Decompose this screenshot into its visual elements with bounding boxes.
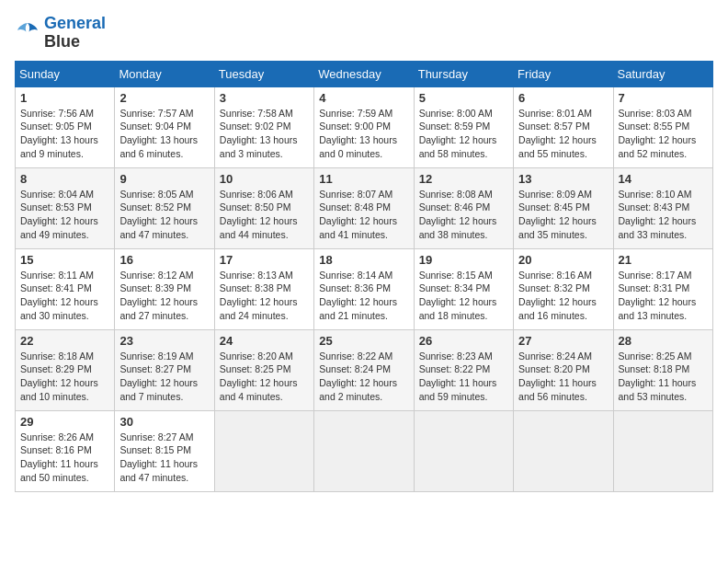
day-info: Sunrise: 8:09 AM Sunset: 8:45 PM Dayligh… — [518, 188, 608, 242]
day-number: 25 — [319, 334, 408, 348]
calendar-cell: 22 Sunrise: 8:18 AM Sunset: 8:29 PM Dayl… — [16, 329, 115, 410]
calendar-cell: 20 Sunrise: 8:16 AM Sunset: 8:32 PM Dayl… — [514, 248, 613, 329]
day-info: Sunrise: 7:56 AM Sunset: 9:05 PM Dayligh… — [20, 107, 109, 161]
day-info: Sunrise: 8:11 AM Sunset: 8:41 PM Dayligh… — [20, 269, 109, 323]
day-number: 28 — [619, 334, 708, 348]
calendar-cell: 25 Sunrise: 8:22 AM Sunset: 8:24 PM Dayl… — [314, 329, 414, 410]
calendar-cell — [414, 410, 513, 491]
calendar-cell: 15 Sunrise: 8:11 AM Sunset: 8:41 PM Dayl… — [16, 248, 115, 329]
calendar-week-3: 15 Sunrise: 8:11 AM Sunset: 8:41 PM Dayl… — [16, 248, 713, 329]
col-header-thursday: Thursday — [414, 61, 513, 86]
day-info: Sunrise: 8:18 AM Sunset: 8:29 PM Dayligh… — [20, 350, 109, 404]
calendar-cell: 21 Sunrise: 8:17 AM Sunset: 8:31 PM Dayl… — [613, 248, 712, 329]
calendar-cell: 26 Sunrise: 8:23 AM Sunset: 8:22 PM Dayl… — [414, 329, 513, 410]
col-header-wednesday: Wednesday — [314, 61, 414, 86]
col-header-tuesday: Tuesday — [214, 61, 313, 86]
day-number: 10 — [220, 172, 309, 186]
day-number: 19 — [419, 253, 508, 267]
calendar-cell: 8 Sunrise: 8:04 AM Sunset: 8:53 PM Dayli… — [16, 167, 115, 248]
day-number: 14 — [619, 172, 708, 186]
calendar-cell: 5 Sunrise: 8:00 AM Sunset: 8:59 PM Dayli… — [414, 86, 513, 167]
day-number: 9 — [119, 172, 209, 186]
day-number: 1 — [20, 91, 109, 105]
calendar-cell: 4 Sunrise: 7:59 AM Sunset: 9:00 PM Dayli… — [314, 86, 414, 167]
calendar-cell: 1 Sunrise: 7:56 AM Sunset: 9:05 PM Dayli… — [16, 86, 115, 167]
col-header-saturday: Saturday — [613, 61, 712, 86]
calendar-cell: 10 Sunrise: 8:06 AM Sunset: 8:50 PM Dayl… — [214, 167, 313, 248]
calendar-week-5: 29 Sunrise: 8:26 AM Sunset: 8:16 PM Dayl… — [16, 410, 713, 491]
calendar-cell: 19 Sunrise: 8:15 AM Sunset: 8:34 PM Dayl… — [414, 248, 513, 329]
day-info: Sunrise: 8:24 AM Sunset: 8:20 PM Dayligh… — [518, 350, 608, 404]
logo: General Blue — [15, 15, 106, 52]
day-number: 30 — [119, 415, 209, 429]
day-number: 29 — [20, 415, 109, 429]
calendar-table: SundayMondayTuesdayWednesdayThursdayFrid… — [15, 61, 713, 492]
col-header-monday: Monday — [115, 61, 214, 86]
calendar-header-row: SundayMondayTuesdayWednesdayThursdayFrid… — [16, 61, 713, 86]
calendar-cell: 7 Sunrise: 8:03 AM Sunset: 8:55 PM Dayli… — [613, 86, 712, 167]
day-info: Sunrise: 7:59 AM Sunset: 9:00 PM Dayligh… — [319, 107, 408, 161]
col-header-friday: Friday — [514, 61, 613, 86]
calendar-cell: 18 Sunrise: 8:14 AM Sunset: 8:36 PM Dayl… — [314, 248, 414, 329]
calendar-cell: 6 Sunrise: 8:01 AM Sunset: 8:57 PM Dayli… — [514, 86, 613, 167]
page-header: General Blue — [15, 15, 713, 52]
day-info: Sunrise: 8:06 AM Sunset: 8:50 PM Dayligh… — [220, 188, 309, 242]
calendar-cell: 23 Sunrise: 8:19 AM Sunset: 8:27 PM Dayl… — [115, 329, 214, 410]
calendar-cell: 12 Sunrise: 8:08 AM Sunset: 8:46 PM Dayl… — [414, 167, 513, 248]
calendar-cell: 11 Sunrise: 8:07 AM Sunset: 8:48 PM Dayl… — [314, 167, 414, 248]
day-number: 7 — [619, 91, 708, 105]
logo-text: General Blue — [44, 15, 106, 52]
day-number: 4 — [319, 91, 408, 105]
calendar-cell: 30 Sunrise: 8:27 AM Sunset: 8:15 PM Dayl… — [115, 410, 214, 491]
day-info: Sunrise: 8:16 AM Sunset: 8:32 PM Dayligh… — [518, 269, 608, 323]
day-number: 18 — [319, 253, 408, 267]
day-info: Sunrise: 8:04 AM Sunset: 8:53 PM Dayligh… — [20, 188, 109, 242]
day-info: Sunrise: 8:03 AM Sunset: 8:55 PM Dayligh… — [619, 107, 708, 161]
day-number: 17 — [220, 253, 309, 267]
day-info: Sunrise: 8:19 AM Sunset: 8:27 PM Dayligh… — [119, 350, 209, 404]
day-info: Sunrise: 8:10 AM Sunset: 8:43 PM Dayligh… — [619, 188, 708, 242]
day-info: Sunrise: 8:13 AM Sunset: 8:38 PM Dayligh… — [220, 269, 309, 323]
day-number: 24 — [220, 334, 309, 348]
day-number: 5 — [419, 91, 508, 105]
calendar-week-4: 22 Sunrise: 8:18 AM Sunset: 8:29 PM Dayl… — [16, 329, 713, 410]
day-number: 13 — [518, 172, 608, 186]
calendar-cell: 14 Sunrise: 8:10 AM Sunset: 8:43 PM Dayl… — [613, 167, 712, 248]
day-info: Sunrise: 8:23 AM Sunset: 8:22 PM Dayligh… — [419, 350, 508, 404]
calendar-cell — [314, 410, 414, 491]
day-info: Sunrise: 8:00 AM Sunset: 8:59 PM Dayligh… — [419, 107, 508, 161]
calendar-cell: 16 Sunrise: 8:12 AM Sunset: 8:39 PM Dayl… — [115, 248, 214, 329]
calendar-week-2: 8 Sunrise: 8:04 AM Sunset: 8:53 PM Dayli… — [16, 167, 713, 248]
day-number: 15 — [20, 253, 109, 267]
calendar-cell — [214, 410, 313, 491]
calendar-cell — [613, 410, 712, 491]
day-info: Sunrise: 8:25 AM Sunset: 8:18 PM Dayligh… — [619, 350, 708, 404]
calendar-cell: 28 Sunrise: 8:25 AM Sunset: 8:18 PM Dayl… — [613, 329, 712, 410]
day-number: 27 — [518, 334, 608, 348]
day-info: Sunrise: 7:57 AM Sunset: 9:04 PM Dayligh… — [119, 107, 209, 161]
day-info: Sunrise: 8:15 AM Sunset: 8:34 PM Dayligh… — [419, 269, 508, 323]
day-info: Sunrise: 8:05 AM Sunset: 8:52 PM Dayligh… — [119, 188, 209, 242]
calendar-cell: 17 Sunrise: 8:13 AM Sunset: 8:38 PM Dayl… — [214, 248, 313, 329]
calendar-cell — [514, 410, 613, 491]
logo-icon — [15, 20, 40, 46]
day-info: Sunrise: 8:20 AM Sunset: 8:25 PM Dayligh… — [220, 350, 309, 404]
calendar-cell: 24 Sunrise: 8:20 AM Sunset: 8:25 PM Dayl… — [214, 329, 313, 410]
calendar-cell: 3 Sunrise: 7:58 AM Sunset: 9:02 PM Dayli… — [214, 86, 313, 167]
day-number: 12 — [419, 172, 508, 186]
day-number: 2 — [119, 91, 209, 105]
calendar-cell: 9 Sunrise: 8:05 AM Sunset: 8:52 PM Dayli… — [115, 167, 214, 248]
col-header-sunday: Sunday — [16, 61, 115, 86]
calendar-cell: 13 Sunrise: 8:09 AM Sunset: 8:45 PM Dayl… — [514, 167, 613, 248]
day-number: 21 — [619, 253, 708, 267]
day-number: 11 — [319, 172, 408, 186]
day-info: Sunrise: 8:12 AM Sunset: 8:39 PM Dayligh… — [119, 269, 209, 323]
day-number: 20 — [518, 253, 608, 267]
day-number: 16 — [119, 253, 209, 267]
day-info: Sunrise: 8:17 AM Sunset: 8:31 PM Dayligh… — [619, 269, 708, 323]
day-info: Sunrise: 8:07 AM Sunset: 8:48 PM Dayligh… — [319, 188, 408, 242]
day-info: Sunrise: 8:27 AM Sunset: 8:15 PM Dayligh… — [119, 431, 209, 485]
calendar-week-1: 1 Sunrise: 7:56 AM Sunset: 9:05 PM Dayli… — [16, 86, 713, 167]
day-number: 26 — [419, 334, 508, 348]
calendar-cell: 29 Sunrise: 8:26 AM Sunset: 8:16 PM Dayl… — [16, 410, 115, 491]
